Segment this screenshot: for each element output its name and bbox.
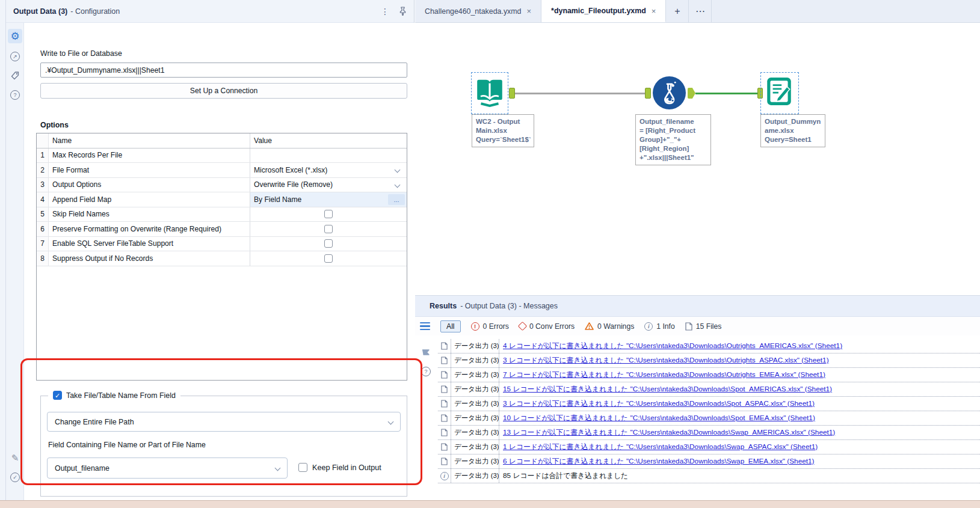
setup-connection-button[interactable]: Set Up a Connection [40,83,407,99]
option-row-max-records[interactable]: 1 Max Records Per File [37,148,407,164]
more-tabs-button[interactable]: ⋯ [689,0,712,22]
result-row[interactable]: データ出力 (3) 15 レコードが以下に書き込まれました "C:\Users\… [438,382,980,397]
formula-tool-icon[interactable] [652,76,686,110]
filename-mode-dropdown[interactable]: Change Entire File Path [47,412,401,432]
workspace-area: Challenge460_ntakeda.yxmd × *dynamic_Fil… [415,0,980,500]
file-icon [441,429,448,436]
append-field-map-value[interactable]: By Field Name... [250,192,407,207]
result-row[interactable]: データ出力 (3) 13 レコードが以下に書き込まれました "C:\Users\… [438,426,980,440]
chevron-down-icon [275,465,281,471]
result-row[interactable]: データ出力 (3) 6 レコードが以下に書き込まれました "C:\Users\n… [438,454,980,469]
error-icon: ! [471,322,479,331]
output-tool-annotation[interactable]: Output_Dummyn ame.xlsx Query=Sheet1 [760,114,825,147]
pin-icon[interactable] [399,7,407,16]
result-message-link[interactable]: 10 レコードが以下に書き込まれました "C:\Users\ntakeda3\D… [503,414,815,423]
close-tab-icon[interactable]: × [527,7,532,16]
output-path-input[interactable] [40,63,407,78]
chevron-down-icon [395,182,401,188]
chevron-down-icon [388,419,394,425]
bottom-taskbar-edge [0,500,980,508]
panel-subtitle: - Configuration [70,7,120,16]
help-icon[interactable]: ? [8,88,22,102]
input-anchor[interactable] [645,88,651,99]
formula-tool-annotation[interactable]: Output_filename = [Right_Product Group]+… [635,114,711,165]
column-header-value: Value [250,133,407,148]
result-message-link[interactable]: 6 レコードが以下に書き込まれました "C:\Users\ntakeda3\Do… [503,457,815,467]
result-row[interactable]: データ出力 (3) 10 レコードが以下に書き込まれました "C:\Users\… [438,411,980,426]
panel-title: Output Data (3) [13,7,67,16]
configuration-panel: Output Data (3) - Configuration ⋮ ⚙ ↗ ? … [6,0,414,500]
result-row[interactable]: データ出力 (3) 4 レコードが以下に書き込まれました "C:\Users\n… [438,339,980,353]
help-icon[interactable]: ? [421,367,431,376]
skip-field-names-checkbox[interactable] [324,210,333,218]
result-summary-message: 85 レコードは合計で書き込まれました [503,471,628,481]
result-row-summary[interactable]: i データ出力 (3) 85 レコードは合計で書き込まれました [438,469,980,483]
annotation-tag-icon[interactable] [8,69,22,83]
file-format-dropdown[interactable]: Microsoft Excel (*.xlsx) [250,163,407,177]
file-icon [441,458,448,465]
max-records-value[interactable] [250,148,407,163]
field-name-dropdown[interactable]: Output_filename [47,458,288,479]
option-row-filetable-support[interactable]: 7 Enable SQL Server FileTable Support [37,237,407,252]
filter-all-button[interactable]: All [440,320,461,332]
result-tool-name: データ出力 (3) [451,339,499,353]
keep-field-checkbox[interactable] [298,463,307,472]
result-message-link[interactable]: 4 レコードが以下に書き込まれました "C:\Users\ntakeda3\Do… [503,341,842,351]
input-data-tool-icon[interactable] [474,76,505,107]
result-row[interactable]: データ出力 (3) 1 レコードが以下に書き込まれました "C:\Users\n… [438,440,980,454]
output-data-tool-icon[interactable] [763,76,795,107]
filetable-support-checkbox[interactable] [324,239,333,248]
suppress-output-checkbox[interactable] [324,254,333,263]
flag-icon[interactable] [421,349,431,358]
workflow-canvas[interactable]: WC2 - Output Main.xlsx Query=`Sheet1$` O… [415,23,980,295]
file-icon [441,414,448,422]
document-tabbar: Challenge460_ntakeda.yxmd × *dynamic_Fil… [415,0,980,23]
option-row-append-field-map[interactable]: 4 Append Field Map By Field Name... [37,192,407,207]
new-tab-button[interactable]: + [666,0,689,22]
performance-icon[interactable]: ↗ [8,49,22,64]
result-message-link[interactable]: 3 レコードが以下に書き込まれました "C:\Users\ntakeda3\Do… [503,399,815,409]
take-filename-checkbox[interactable]: ✓ [53,391,62,400]
option-row-file-format[interactable]: 2 File Format Microsoft Excel (*.xlsx) [37,163,407,178]
filter-errors[interactable]: !0 Errors [471,322,509,331]
output-anchor[interactable] [688,88,695,99]
file-icon [685,322,692,331]
tab-dynamic-fileoutput[interactable]: *dynamic_Fileoutput.yxmd × [541,0,666,22]
result-message-link[interactable]: 1 レコードが以下に書き込まれました "C:\Users\ntakeda3\Do… [503,442,818,452]
settings-gear-icon[interactable]: ⚙ [8,29,22,43]
panel-menu-icon[interactable]: ⋮ [381,7,389,16]
ellipsis-button[interactable]: ... [388,194,405,205]
result-row[interactable]: データ出力 (3) 3 レコードが以下に書き込まれました "C:\Users\n… [438,397,980,411]
connection-input-formula[interactable] [515,93,645,94]
output-anchor[interactable] [509,88,515,99]
tab-challenge460[interactable]: Challenge460_ntakeda.yxmd × [415,0,541,22]
option-row-output-options[interactable]: 3 Output Options Overwrite File (Remove) [37,178,407,193]
option-row-preserve-formatting[interactable]: 6 Preserve Formatting on Overwrite (Rang… [37,222,407,237]
filter-info[interactable]: i1 Info [644,322,675,331]
output-options-dropdown[interactable]: Overwrite File (Remove) [250,178,407,192]
filter-warnings[interactable]: 0 Warnings [585,322,634,331]
result-row[interactable]: データ出力 (3) 7 レコードが以下に書き込まれました "C:\Users\n… [438,368,980,382]
result-row[interactable]: データ出力 (3) 3 レコードが以下に書き込まれました "C:\Users\n… [438,353,980,368]
filter-files[interactable]: 15 Files [685,322,722,331]
file-icon [441,371,448,379]
option-row-suppress-output[interactable]: 8 Suppress Output if No Records [37,251,407,266]
edit-pencil-icon[interactable]: ✎ [8,451,22,465]
option-row-skip-field-names[interactable]: 5 Skip Field Names [37,207,407,222]
chevron-down-icon [395,167,401,173]
filter-conv-errors[interactable]: 0 Conv Errors [519,322,575,331]
result-tool-name: データ出力 (3) [451,397,499,411]
configuration-content: Write to File or Database Set Up a Conne… [24,23,414,500]
input-tool-annotation[interactable]: WC2 - Output Main.xlsx Query=`Sheet1$` [472,114,534,147]
result-message-link[interactable]: 13 レコードが以下に書き込まれました "C:\Users\ntakeda3\D… [503,428,835,438]
result-message-link[interactable]: 7 レコードが以下に書き込まれました "C:\Users\ntakeda3\Do… [503,370,825,380]
connection-formula-output[interactable] [695,93,757,94]
close-tab-icon[interactable]: × [652,7,656,16]
result-message-link[interactable]: 15 レコードが以下に書き込まれました "C:\Users\ntakeda3\D… [503,385,832,394]
result-message-link[interactable]: 3 レコードが以下に書き込まれました "C:\Users\ntakeda3\Do… [503,356,829,366]
messages-list-icon[interactable] [420,322,430,331]
preserve-formatting-checkbox[interactable] [324,225,333,233]
info-icon: i [644,322,653,331]
results-title: Results [430,302,457,310]
validate-check-icon[interactable]: ✓ [8,470,22,485]
